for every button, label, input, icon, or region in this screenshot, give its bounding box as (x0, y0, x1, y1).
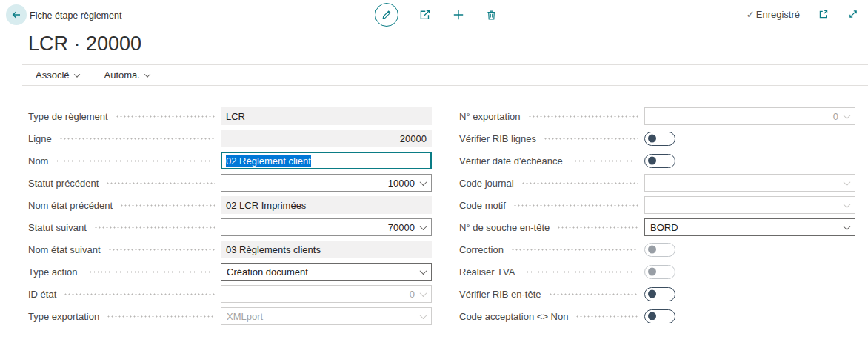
verifier-rib-en-tete-toggle[interactable] (644, 287, 675, 301)
field-label: Statut suivant (28, 222, 87, 233)
field-verifier-rib-lignes: Vérifier RIB lignes (459, 127, 855, 150)
field-form: Type de règlement LCR Ligne 20000 Nom 02… (28, 105, 868, 327)
toggle-knob (648, 135, 656, 143)
left-column: Type de règlement LCR Ligne 20000 Nom 02… (28, 105, 432, 327)
dotted-leader (59, 138, 215, 140)
dotted-leader (85, 271, 216, 273)
field-label: Type action (28, 266, 78, 278)
dotted-leader (513, 204, 638, 207)
nom-input[interactable]: 02 Réglement client (221, 152, 432, 170)
type-de-reglement-value: LCR (221, 107, 432, 125)
toggle-knob (648, 246, 656, 254)
toggle-knob (648, 290, 656, 298)
field-label: Ligne (28, 133, 52, 144)
no-exportation-combo: 0 (644, 107, 855, 125)
field-label: Type exportation (28, 311, 99, 322)
field-label: ID état (28, 289, 56, 300)
share-icon (418, 8, 432, 21)
share-button[interactable] (418, 8, 432, 21)
id-etat-combo: 0 (221, 285, 432, 303)
edit-pencil-icon (381, 9, 393, 21)
field-realiser-tva: Réaliser TVA (459, 261, 855, 283)
field-label: Nom état suivant (28, 244, 101, 255)
field-value: 0 (227, 289, 415, 300)
toggle-knob (648, 268, 656, 276)
field-value: 10000 (227, 178, 415, 189)
field-nom-etat-suivant: Nom état suivant 03 Règlements clients (28, 238, 432, 261)
menu-automa[interactable]: Automa. (104, 70, 150, 81)
field-nom: Nom 02 Réglement client (28, 150, 432, 172)
field-label: Nom (28, 155, 48, 167)
field-value: BORD (650, 222, 838, 233)
dotted-leader (511, 249, 638, 251)
field-label: Code acceptation <> Non (459, 311, 568, 322)
edit-button[interactable] (375, 3, 398, 27)
toggle-zone (644, 132, 855, 146)
page-caption: Fiche étape règlement (30, 10, 121, 21)
menu-item-label: Associé (36, 70, 70, 81)
dotted-leader (116, 115, 215, 118)
dotted-leader (544, 138, 638, 140)
toggle-zone (644, 265, 855, 279)
expand-button[interactable] (847, 8, 859, 20)
chevron-down-icon (420, 312, 427, 319)
ligne-value: 20000 (221, 130, 432, 147)
field-value: 20000 (226, 133, 427, 144)
new-button[interactable] (452, 8, 465, 21)
save-status: ✓ Enregistré (747, 9, 800, 20)
field-verifier-date-echeance: Vérifier date d'échéance (459, 150, 855, 172)
popout-button[interactable] (818, 8, 829, 20)
chevron-down-icon[interactable] (420, 267, 427, 275)
verifier-date-echeance-toggle[interactable] (644, 154, 675, 168)
nom-etat-suivant-value: 03 Règlements clients (221, 241, 432, 258)
field-id-etat: ID état 0 (28, 283, 432, 305)
field-label: N° de souche en-tête (459, 222, 550, 233)
dotted-leader (107, 315, 215, 318)
menu-item-label: Automa. (104, 70, 140, 81)
type-action-combo[interactable]: Création document (221, 263, 432, 281)
toggle-zone (644, 287, 855, 301)
chevron-down-icon[interactable] (420, 223, 427, 230)
field-ligne: Ligne 20000 (28, 127, 432, 150)
page-title: LCR · 20000 (28, 33, 868, 56)
field-value: 70000 (227, 222, 415, 233)
chevron-down-icon[interactable] (420, 178, 427, 186)
chevron-down-icon (844, 112, 851, 119)
back-button[interactable] (6, 4, 27, 25)
field-label: N° exportation (459, 111, 521, 122)
field-code-journal: Code journal (459, 172, 855, 194)
field-value: 02 LCR Imprimées (226, 200, 427, 211)
type-exportation-combo: XMLport (221, 307, 432, 325)
field-label: Vérifier RIB lignes (459, 133, 536, 144)
field-label: Statut précédent (28, 178, 99, 189)
statut-precedent-combo[interactable]: 10000 (221, 174, 432, 192)
dotted-leader (522, 271, 638, 273)
statut-suivant-combo[interactable]: 70000 (221, 218, 432, 236)
dotted-leader (570, 160, 638, 162)
popout-window-icon (818, 8, 829, 20)
delete-button[interactable] (485, 9, 498, 21)
chevron-down-icon[interactable] (844, 223, 851, 230)
no-souche-en-tete-combo[interactable]: BORD (644, 218, 855, 236)
code-acceptation-toggle[interactable] (644, 309, 675, 323)
dotted-leader (528, 115, 638, 118)
field-no-souche-en-tete: N° de souche en-tête BORD (459, 216, 855, 238)
field-label: Code motif (459, 200, 506, 211)
dotted-leader (64, 293, 215, 295)
action-bar (375, 3, 498, 27)
field-type-de-reglement: Type de règlement LCR (28, 105, 432, 127)
field-type-action: Type action Création document (28, 261, 432, 283)
chevron-down-icon (844, 178, 851, 186)
menu-bar: Associé Automa. (22, 64, 868, 86)
field-label: Vérifier RIB en-tête (459, 289, 541, 300)
verifier-rib-lignes-toggle[interactable] (644, 132, 675, 146)
field-statut-suivant: Statut suivant 70000 (28, 216, 432, 238)
realiser-tva-toggle (644, 265, 675, 279)
menu-associe[interactable]: Associé (36, 70, 79, 81)
toggle-knob (648, 312, 656, 320)
dotted-leader (56, 160, 215, 162)
top-right-controls: ✓ Enregistré (747, 8, 859, 20)
field-value: Création document (227, 266, 415, 278)
dotted-leader (557, 226, 638, 229)
chevron-down-icon (420, 289, 427, 297)
